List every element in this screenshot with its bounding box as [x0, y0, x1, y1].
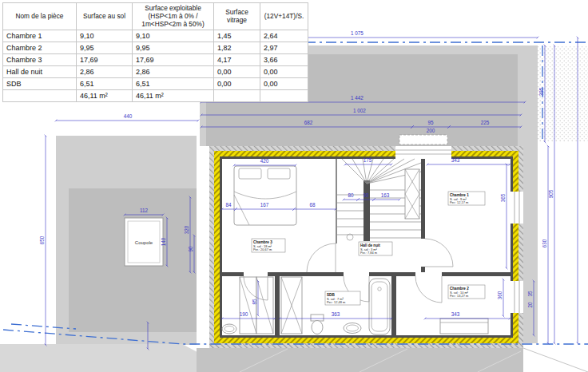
floor-plan-page: Coupole 1 075 440 1 442 1 002 682 95 200…: [0, 0, 588, 372]
room-label-hall: Hall de nuit S. sol : 3 m² Per.: 7,84 m: [359, 242, 392, 255]
svg-text:Per.: 12,17 m: Per.: 12,17 m: [450, 200, 468, 204]
table-total-row: 46,11 m² 46,11 m²: [3, 90, 308, 102]
svg-text:Per.: 12,48 m: Per.: 12,48 m: [327, 300, 345, 304]
dimension-label: 420: [260, 158, 269, 164]
dimension-label: 682: [304, 120, 313, 125]
room-label-chambre2: Chambre 2 S. sol : 10 m² Per.: 13,27 m: [448, 285, 485, 299]
dimension-label: 440: [124, 113, 133, 119]
table-row: Hall de nuit 2,86 2,86 0,00 0,00: [3, 66, 308, 78]
coupole-label: Coupole: [135, 240, 153, 245]
column-header-ratio: (12V+14T)/S.: [260, 3, 308, 30]
wardrobe: [405, 169, 419, 219]
dimension-label: 95: [427, 120, 434, 125]
coupole-box: Coupole: [125, 218, 163, 266]
dimension-label: 112: [140, 208, 149, 213]
dimension-label: 90: [363, 192, 369, 198]
dimension-label: 343: [451, 157, 460, 163]
window-chambre2: [511, 281, 523, 313]
table-header-row: Nom de la pièce Surface au sol Surface e…: [3, 3, 308, 30]
dimension-label: 80: [348, 192, 354, 198]
table-row: Chambre 2 9,95 9,95 1,82 2,97: [3, 42, 308, 54]
dimension-label: 190: [240, 311, 248, 317]
dimension-label: 140: [161, 237, 166, 246]
dimension-label: 1 442: [351, 95, 364, 101]
sink-icon: [344, 323, 361, 334]
dimension-label: 395: [538, 87, 544, 96]
table-row: Chambre 3 17,69 17,69 4,17 3,66: [3, 54, 308, 66]
dimension-label: 1 075: [351, 30, 364, 36]
svg-text:Per.: 7,84 m: Per.: 7,84 m: [360, 251, 377, 255]
dimension-label: 167: [260, 202, 269, 208]
room-label-chambre3: Chambre 3 S. sol : 18 m² Per.: 20,67 m: [252, 239, 285, 252]
dimension-label: 1 002: [353, 108, 366, 113]
dimension-label: 630: [542, 239, 547, 247]
window-chambre1: [511, 192, 523, 224]
dimension-label: 363: [332, 311, 340, 317]
total-sol: 46,11 m²: [77, 90, 133, 102]
column-header-expl: Surface exploitable (HSP<1m à 0% / 1m<HS…: [133, 3, 214, 30]
neighbor-hatch-area: [538, 46, 588, 142]
roof-window: [395, 135, 451, 159]
dimension-label: 20: [527, 302, 533, 308]
shower-sdb: [281, 277, 302, 334]
dimension-label: 360: [497, 291, 503, 299]
total-expl: 46,11 m²: [133, 90, 214, 102]
column-header-sol: Surface au sol: [77, 3, 133, 30]
toilet-icon: [311, 315, 324, 334]
room-label-sdb: SDB S. sol : 7 m² Per.: 12,48 m: [325, 291, 360, 305]
sink-icon-left: [222, 324, 236, 334]
dimension-label: 200: [427, 128, 435, 133]
dimension-label: 85: [252, 299, 257, 305]
dimension-label: 68: [309, 202, 316, 208]
bathtub-icon: [369, 279, 390, 334]
column-header-piece: Nom de la pièce: [3, 3, 77, 30]
dimension-label: 35: [527, 291, 533, 297]
table-row: SDB 6,51 6,51 0,00 0,00: [3, 78, 308, 90]
dimension-label: 365: [500, 193, 506, 202]
dimension-label: 90: [188, 246, 193, 252]
svg-text:Per.: 20,67 m: Per.: 20,67 m: [253, 247, 272, 251]
bed-chambre2: [440, 319, 488, 334]
dimension-label: 175: [364, 157, 372, 163]
dimension-label: 84: [225, 202, 232, 208]
column-header-vitrage: Surface vitrage: [214, 3, 260, 30]
dimension-label: 320: [184, 225, 189, 234]
table-row: Chambre 1 9,10 9,10 1,45 2,64: [3, 30, 308, 42]
svg-text:Per.: 13,27 m: Per.: 13,27 m: [450, 294, 468, 298]
dimension-label: 905: [548, 189, 554, 198]
surface-table: Nom de la pièce Surface au sol Surface e…: [2, 2, 308, 102]
dimension-label: 343: [451, 311, 460, 317]
bed-chambre3: [234, 166, 296, 225]
dimension-label: 650: [39, 235, 45, 244]
dimension-label: 225: [481, 120, 490, 125]
room-label-chambre1: Chambre 1 S. sol : 9 m² Per.: 12,17 m: [448, 192, 485, 205]
dimension-label: 163: [381, 192, 390, 198]
